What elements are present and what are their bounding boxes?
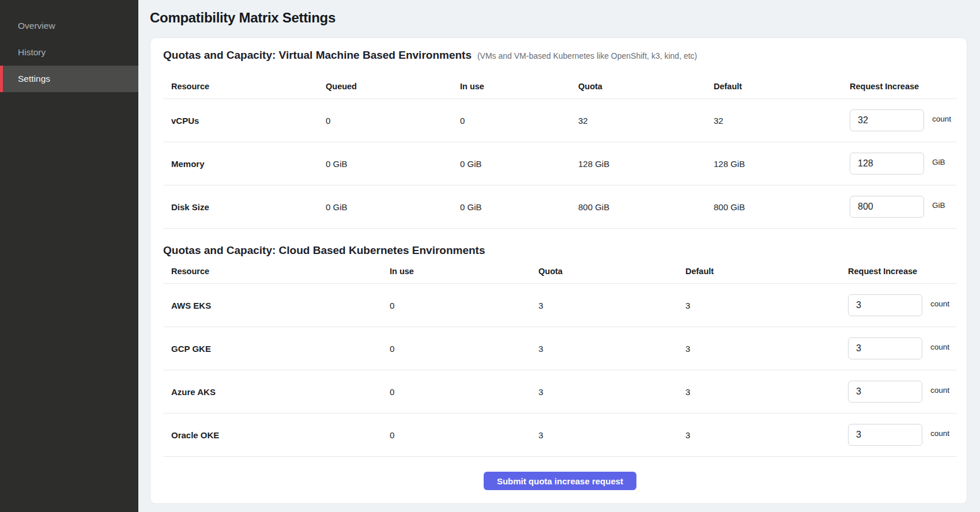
- vm-col-request-increase: Request Increase: [850, 82, 957, 91]
- cloud-azure-aks-default: 3: [685, 387, 848, 397]
- cloud-col-resource: Resource: [163, 267, 390, 276]
- cloud-aws-eks-request-cell: count: [848, 294, 957, 316]
- cloud-gcp-gke-request-input[interactable]: [848, 337, 922, 359]
- cloud-azure-aks-request-input[interactable]: [848, 381, 922, 403]
- vm-row-disk-size: Disk Size0 GiB0 GiB800 GiB800 GiBGiB: [163, 185, 957, 228]
- vm-memory-unit-label: GiB: [932, 158, 945, 166]
- cloud-aws-eks-resource: AWS EKS: [163, 301, 390, 310]
- cloud-gcp-gke-resource: GCP GKE: [163, 344, 390, 354]
- cloud-row-gcp-gke: GCP GKE033count: [163, 327, 957, 370]
- app-window: OverviewHistorySettings Compatibility Ma…: [0, 0, 980, 512]
- vm-memory-in_use: 0 GiB: [460, 159, 578, 169]
- cloud-azure-aks-in_use: 0: [390, 387, 538, 397]
- vm-disk-size-queued: 0 GiB: [326, 202, 460, 212]
- cloud-col-quota: Quota: [538, 267, 685, 276]
- vm-section-header: Quotas and Capacity: Virtual Machine Bas…: [163, 48, 957, 62]
- vm-row-vcpus: vCPUs003232count: [163, 98, 957, 142]
- cloud-oracle-oke-request-cell: count: [848, 424, 957, 446]
- submit-row: Submit quota increase request: [163, 472, 957, 490]
- vm-quota-table: ResourceQueuedIn useQuotaDefaultRequest …: [163, 62, 957, 229]
- cloud-gcp-gke-unit-label: count: [930, 343, 949, 351]
- vm-vcpus-queued: 0: [326, 116, 460, 126]
- cloud-gcp-gke-in_use: 0: [390, 344, 538, 354]
- cloud-row-aws-eks: AWS EKS033count: [163, 283, 957, 327]
- vm-disk-size-default: 800 GiB: [714, 202, 850, 212]
- cloud-header-row: ResourceIn useQuotaDefaultRequest Increa…: [163, 257, 957, 283]
- vm-disk-size-unit-label: GiB: [932, 201, 945, 210]
- vm-memory-request-input[interactable]: [850, 153, 924, 175]
- vm-memory-resource: Memory: [163, 159, 326, 169]
- vm-section-note: (VMs and VM-based Kubernetes like OpenSh…: [477, 51, 697, 60]
- cloud-aws-eks-unit-label: count: [930, 299, 949, 308]
- page-title: Compatibility Matrix Settings: [150, 9, 967, 26]
- vm-memory-quota: 128 GiB: [578, 159, 714, 169]
- cloud-aws-eks-quota: 3: [538, 301, 685, 310]
- sidebar-nav: OverviewHistorySettings: [0, 13, 138, 92]
- cloud-col-request-increase: Request Increase: [848, 267, 957, 276]
- cloud-gcp-gke-quota: 3: [538, 344, 685, 354]
- vm-disk-size-quota: 800 GiB: [578, 202, 714, 212]
- vm-col-in-use: In use: [460, 82, 578, 91]
- vm-header-row: ResourceQueuedIn useQuotaDefaultRequest …: [163, 62, 957, 98]
- vm-col-quota: Quota: [578, 82, 714, 91]
- main-content: Compatibility Matrix Settings Quotas and…: [138, 0, 980, 512]
- vm-memory-request-cell: GiB: [850, 153, 957, 175]
- cloud-oracle-oke-quota: 3: [538, 430, 685, 440]
- cloud-section-title: Quotas and Capacity: Cloud Based Kuberne…: [163, 244, 957, 257]
- cloud-azure-aks-unit-label: count: [930, 386, 949, 395]
- cloud-col-in-use: In use: [390, 267, 538, 276]
- vm-vcpus-resource: vCPUs: [163, 116, 326, 126]
- vm-section-title: Quotas and Capacity: Virtual Machine Bas…: [163, 48, 472, 62]
- sidebar-item-overview[interactable]: Overview: [0, 13, 138, 39]
- cloud-oracle-oke-request-input[interactable]: [848, 424, 922, 446]
- sidebar-item-history[interactable]: History: [0, 39, 138, 66]
- vm-vcpus-default: 32: [714, 116, 850, 126]
- vm-memory-queued: 0 GiB: [326, 159, 460, 169]
- vm-vcpus-quota: 32: [578, 116, 714, 126]
- vm-disk-size-in_use: 0 GiB: [460, 202, 578, 212]
- vm-disk-size-request-cell: GiB: [850, 196, 957, 218]
- sidebar: OverviewHistorySettings: [0, 0, 138, 512]
- vm-vcpus-request-input[interactable]: [850, 109, 924, 131]
- cloud-gcp-gke-request-cell: count: [848, 337, 957, 359]
- cloud-azure-aks-resource: Azure AKS: [163, 387, 390, 397]
- cloud-azure-aks-request-cell: count: [848, 381, 957, 403]
- cloud-quota-table: ResourceIn useQuotaDefaultRequest Increa…: [163, 257, 957, 457]
- cloud-aws-eks-request-input[interactable]: [848, 294, 922, 316]
- cloud-aws-eks-in_use: 0: [390, 301, 538, 310]
- cloud-row-oracle-oke: Oracle OKE033count: [163, 413, 957, 456]
- cloud-col-default: Default: [685, 267, 848, 276]
- cloud-oracle-oke-default: 3: [685, 430, 848, 440]
- cloud-oracle-oke-in_use: 0: [390, 430, 538, 440]
- vm-row-memory: Memory0 GiB0 GiB128 GiB128 GiBGiB: [163, 142, 957, 185]
- cloud-azure-aks-quota: 3: [538, 387, 685, 397]
- vm-vcpus-unit-label: count: [932, 115, 951, 123]
- cloud-row-azure-aks: Azure AKS033count: [163, 370, 957, 413]
- cloud-oracle-oke-resource: Oracle OKE: [163, 430, 390, 440]
- vm-disk-size-request-input[interactable]: [850, 196, 924, 218]
- sidebar-item-settings[interactable]: Settings: [0, 66, 138, 92]
- cloud-gcp-gke-default: 3: [685, 344, 848, 354]
- vm-memory-default: 128 GiB: [714, 159, 850, 169]
- vm-col-queued: Queued: [326, 82, 460, 91]
- submit-quota-button[interactable]: Submit quota increase request: [484, 472, 636, 490]
- vm-vcpus-request-cell: count: [850, 109, 957, 131]
- vm-disk-size-resource: Disk Size: [163, 202, 326, 212]
- vm-col-resource: Resource: [163, 82, 326, 91]
- quota-settings-card: Quotas and Capacity: Virtual Machine Bas…: [150, 37, 967, 504]
- vm-col-default: Default: [714, 82, 850, 91]
- cloud-oracle-oke-unit-label: count: [930, 429, 949, 438]
- vm-vcpus-in_use: 0: [460, 116, 578, 126]
- cloud-aws-eks-default: 3: [685, 301, 848, 310]
